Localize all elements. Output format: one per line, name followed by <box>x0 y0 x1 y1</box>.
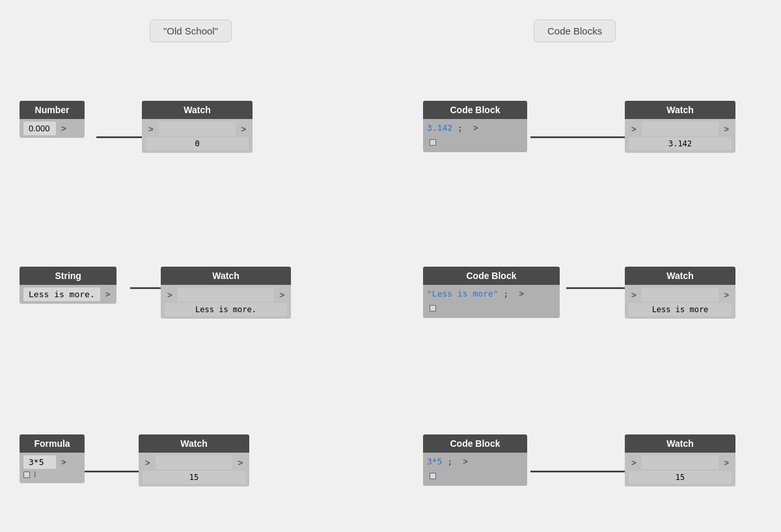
string-node: String Less is more. > <box>20 267 116 304</box>
watch1-out-port: > <box>238 123 249 135</box>
watch3-out-port: > <box>277 289 287 301</box>
number-out-port: > <box>59 122 69 135</box>
watch1-in-port: > <box>146 123 156 135</box>
watch4-header: Watch <box>625 267 735 285</box>
watch5-output: 15 <box>143 471 245 484</box>
code-blocks-label: Code Blocks <box>534 20 616 42</box>
watch3-output: Less is more. <box>165 303 287 316</box>
watch1-output: 0 <box>146 137 249 150</box>
watch6-out-port: > <box>721 457 732 469</box>
watch3-node: Watch > > Less is more. <box>161 267 291 319</box>
watch2-out-port: > <box>721 123 732 135</box>
watch1-header: Watch <box>142 101 253 119</box>
number-value[interactable]: 0.000 <box>23 122 56 135</box>
string-value[interactable]: Less is more. <box>23 287 100 301</box>
codeblock1-code-blue: 3.142 <box>427 123 452 133</box>
codeblock3-node: Code Block 3*5 ; > <box>423 434 527 486</box>
codeblock3-code-rest: ; <box>445 455 455 468</box>
watch5-in-port: > <box>143 457 153 469</box>
watch4-out-port: > <box>721 289 732 301</box>
codeblock2-code-blue: "Less is more" <box>427 289 499 299</box>
watch2-in-port: > <box>629 123 639 135</box>
codeblock3-checkbox[interactable] <box>430 473 436 479</box>
formula-node-header: Formula <box>20 434 85 453</box>
watch1-node: Watch > > 0 <box>142 101 253 153</box>
codeblock1-node: Code Block 3.142 ; > <box>423 101 527 152</box>
formula-value[interactable]: 3*5 <box>23 455 56 469</box>
watch6-node: Watch > > 15 <box>625 434 735 486</box>
watch2-output: 3.142 <box>629 137 732 150</box>
watch5-out-port: > <box>235 457 245 469</box>
codeblock3-header: Code Block <box>423 434 527 453</box>
formula-out-port: > <box>59 456 69 468</box>
codeblock1-code-rest: ; <box>455 122 465 134</box>
old-school-label: "Old School" <box>150 20 232 42</box>
watch6-header: Watch <box>625 434 735 453</box>
formula-toggle: I <box>34 470 36 479</box>
string-node-header: String <box>20 267 116 285</box>
codeblock2-out-port: > <box>516 287 527 300</box>
watch2-header: Watch <box>625 101 735 119</box>
codeblock2-checkbox[interactable] <box>430 305 436 312</box>
watch4-output: Less is more <box>629 303 732 316</box>
formula-node: Formula 3*5 > I <box>20 434 85 483</box>
watch4-in-port: > <box>629 289 639 301</box>
codeblock3-out-port: > <box>460 455 471 468</box>
codeblock1-out-port: > <box>471 122 481 134</box>
string-out-port: > <box>103 288 113 300</box>
codeblock3-code-blue: 3*5 <box>427 457 442 466</box>
codeblock1-header: Code Block <box>423 101 527 119</box>
number-node-header: Number <box>20 101 85 119</box>
watch3-header: Watch <box>161 267 291 285</box>
codeblock1-checkbox[interactable] <box>430 139 436 146</box>
watch5-node: Watch > > 15 <box>139 434 249 486</box>
watch5-header: Watch <box>139 434 249 453</box>
codeblock2-code-rest: ; <box>501 287 512 300</box>
watch6-in-port: > <box>629 457 639 469</box>
watch2-node: Watch > > 3.142 <box>625 101 735 153</box>
codeblock2-node: Code Block "Less is more" ; > <box>423 267 560 318</box>
watch4-node: Watch > > Less is more <box>625 267 735 319</box>
watch3-in-port: > <box>165 289 175 301</box>
number-node: Number 0.000 > <box>20 101 85 138</box>
formula-checkbox[interactable] <box>23 472 30 478</box>
codeblock2-header: Code Block <box>423 267 560 285</box>
watch6-output: 15 <box>629 471 732 484</box>
